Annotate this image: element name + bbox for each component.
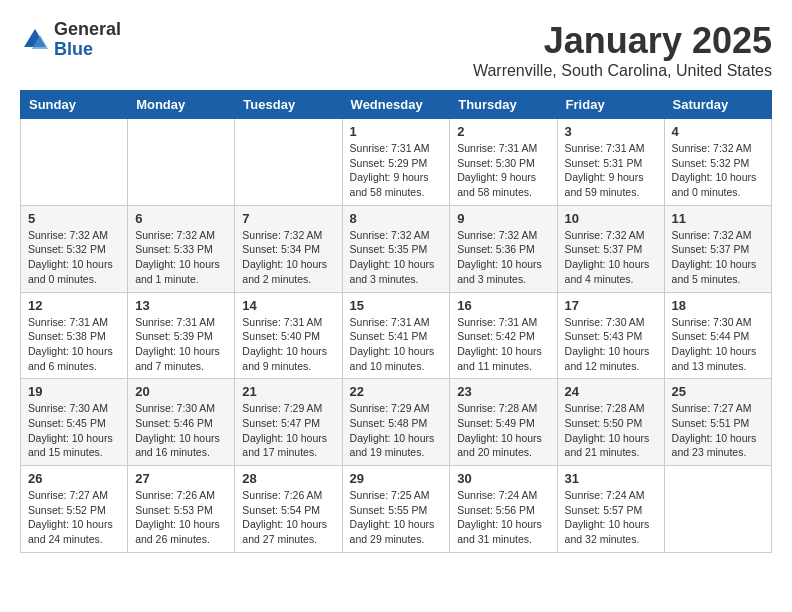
- logo-icon: [20, 25, 50, 55]
- day-info: Sunrise: 7:30 AMSunset: 5:43 PMDaylight:…: [565, 315, 657, 374]
- weekday-header-thursday: Thursday: [450, 91, 557, 119]
- day-number: 30: [457, 471, 549, 486]
- day-info: Sunrise: 7:31 AMSunset: 5:40 PMDaylight:…: [242, 315, 334, 374]
- calendar-cell: [664, 466, 771, 553]
- calendar-cell: 8Sunrise: 7:32 AMSunset: 5:35 PMDaylight…: [342, 205, 450, 292]
- day-info: Sunrise: 7:31 AMSunset: 5:30 PMDaylight:…: [457, 141, 549, 200]
- day-number: 21: [242, 384, 334, 399]
- day-number: 27: [135, 471, 227, 486]
- calendar-cell: 25Sunrise: 7:27 AMSunset: 5:51 PMDayligh…: [664, 379, 771, 466]
- calendar-cell: 12Sunrise: 7:31 AMSunset: 5:38 PMDayligh…: [21, 292, 128, 379]
- day-number: 23: [457, 384, 549, 399]
- calendar-cell: 20Sunrise: 7:30 AMSunset: 5:46 PMDayligh…: [128, 379, 235, 466]
- logo: General Blue: [20, 20, 121, 60]
- calendar-week-row: 12Sunrise: 7:31 AMSunset: 5:38 PMDayligh…: [21, 292, 772, 379]
- calendar-table: SundayMondayTuesdayWednesdayThursdayFrid…: [20, 90, 772, 553]
- day-number: 25: [672, 384, 764, 399]
- day-info: Sunrise: 7:28 AMSunset: 5:49 PMDaylight:…: [457, 401, 549, 460]
- calendar-cell: 3Sunrise: 7:31 AMSunset: 5:31 PMDaylight…: [557, 119, 664, 206]
- weekday-header-row: SundayMondayTuesdayWednesdayThursdayFrid…: [21, 91, 772, 119]
- day-number: 12: [28, 298, 120, 313]
- calendar-cell: 27Sunrise: 7:26 AMSunset: 5:53 PMDayligh…: [128, 466, 235, 553]
- day-number: 14: [242, 298, 334, 313]
- day-info: Sunrise: 7:27 AMSunset: 5:51 PMDaylight:…: [672, 401, 764, 460]
- day-info: Sunrise: 7:31 AMSunset: 5:39 PMDaylight:…: [135, 315, 227, 374]
- calendar-cell: 24Sunrise: 7:28 AMSunset: 5:50 PMDayligh…: [557, 379, 664, 466]
- day-info: Sunrise: 7:30 AMSunset: 5:44 PMDaylight:…: [672, 315, 764, 374]
- day-info: Sunrise: 7:32 AMSunset: 5:36 PMDaylight:…: [457, 228, 549, 287]
- weekday-header-monday: Monday: [128, 91, 235, 119]
- day-number: 19: [28, 384, 120, 399]
- day-number: 2: [457, 124, 549, 139]
- calendar-cell: 1Sunrise: 7:31 AMSunset: 5:29 PMDaylight…: [342, 119, 450, 206]
- day-number: 3: [565, 124, 657, 139]
- day-info: Sunrise: 7:28 AMSunset: 5:50 PMDaylight:…: [565, 401, 657, 460]
- day-info: Sunrise: 7:32 AMSunset: 5:33 PMDaylight:…: [135, 228, 227, 287]
- day-info: Sunrise: 7:27 AMSunset: 5:52 PMDaylight:…: [28, 488, 120, 547]
- day-info: Sunrise: 7:26 AMSunset: 5:54 PMDaylight:…: [242, 488, 334, 547]
- day-number: 26: [28, 471, 120, 486]
- day-number: 17: [565, 298, 657, 313]
- day-info: Sunrise: 7:30 AMSunset: 5:45 PMDaylight:…: [28, 401, 120, 460]
- day-number: 28: [242, 471, 334, 486]
- day-number: 7: [242, 211, 334, 226]
- weekday-header-friday: Friday: [557, 91, 664, 119]
- calendar-cell: 19Sunrise: 7:30 AMSunset: 5:45 PMDayligh…: [21, 379, 128, 466]
- logo-general-text: General: [54, 20, 121, 40]
- day-info: Sunrise: 7:32 AMSunset: 5:37 PMDaylight:…: [565, 228, 657, 287]
- day-info: Sunrise: 7:31 AMSunset: 5:41 PMDaylight:…: [350, 315, 443, 374]
- calendar-cell: 30Sunrise: 7:24 AMSunset: 5:56 PMDayligh…: [450, 466, 557, 553]
- calendar-cell: 5Sunrise: 7:32 AMSunset: 5:32 PMDaylight…: [21, 205, 128, 292]
- calendar-cell: 18Sunrise: 7:30 AMSunset: 5:44 PMDayligh…: [664, 292, 771, 379]
- day-info: Sunrise: 7:32 AMSunset: 5:35 PMDaylight:…: [350, 228, 443, 287]
- day-number: 31: [565, 471, 657, 486]
- day-info: Sunrise: 7:32 AMSunset: 5:37 PMDaylight:…: [672, 228, 764, 287]
- calendar-cell: 16Sunrise: 7:31 AMSunset: 5:42 PMDayligh…: [450, 292, 557, 379]
- calendar-cell: [128, 119, 235, 206]
- calendar-cell: 15Sunrise: 7:31 AMSunset: 5:41 PMDayligh…: [342, 292, 450, 379]
- day-info: Sunrise: 7:25 AMSunset: 5:55 PMDaylight:…: [350, 488, 443, 547]
- day-number: 24: [565, 384, 657, 399]
- calendar-cell: 31Sunrise: 7:24 AMSunset: 5:57 PMDayligh…: [557, 466, 664, 553]
- day-number: 9: [457, 211, 549, 226]
- day-number: 22: [350, 384, 443, 399]
- calendar-cell: 29Sunrise: 7:25 AMSunset: 5:55 PMDayligh…: [342, 466, 450, 553]
- calendar-cell: [235, 119, 342, 206]
- weekday-header-saturday: Saturday: [664, 91, 771, 119]
- day-number: 5: [28, 211, 120, 226]
- day-number: 11: [672, 211, 764, 226]
- calendar-cell: 21Sunrise: 7:29 AMSunset: 5:47 PMDayligh…: [235, 379, 342, 466]
- calendar-cell: 13Sunrise: 7:31 AMSunset: 5:39 PMDayligh…: [128, 292, 235, 379]
- day-info: Sunrise: 7:29 AMSunset: 5:47 PMDaylight:…: [242, 401, 334, 460]
- calendar-cell: 7Sunrise: 7:32 AMSunset: 5:34 PMDaylight…: [235, 205, 342, 292]
- day-number: 20: [135, 384, 227, 399]
- calendar-week-row: 26Sunrise: 7:27 AMSunset: 5:52 PMDayligh…: [21, 466, 772, 553]
- weekday-header-wednesday: Wednesday: [342, 91, 450, 119]
- day-info: Sunrise: 7:24 AMSunset: 5:57 PMDaylight:…: [565, 488, 657, 547]
- location-subtitle: Warrenville, South Carolina, United Stat…: [473, 62, 772, 80]
- page-header: General Blue January 2025 Warrenville, S…: [20, 20, 772, 80]
- day-info: Sunrise: 7:32 AMSunset: 5:34 PMDaylight:…: [242, 228, 334, 287]
- calendar-week-row: 5Sunrise: 7:32 AMSunset: 5:32 PMDaylight…: [21, 205, 772, 292]
- day-info: Sunrise: 7:32 AMSunset: 5:32 PMDaylight:…: [28, 228, 120, 287]
- day-info: Sunrise: 7:30 AMSunset: 5:46 PMDaylight:…: [135, 401, 227, 460]
- day-info: Sunrise: 7:24 AMSunset: 5:56 PMDaylight:…: [457, 488, 549, 547]
- day-info: Sunrise: 7:29 AMSunset: 5:48 PMDaylight:…: [350, 401, 443, 460]
- day-number: 10: [565, 211, 657, 226]
- calendar-cell: [21, 119, 128, 206]
- day-number: 18: [672, 298, 764, 313]
- day-number: 1: [350, 124, 443, 139]
- day-info: Sunrise: 7:26 AMSunset: 5:53 PMDaylight:…: [135, 488, 227, 547]
- calendar-cell: 11Sunrise: 7:32 AMSunset: 5:37 PMDayligh…: [664, 205, 771, 292]
- day-info: Sunrise: 7:32 AMSunset: 5:32 PMDaylight:…: [672, 141, 764, 200]
- calendar-cell: 22Sunrise: 7:29 AMSunset: 5:48 PMDayligh…: [342, 379, 450, 466]
- day-info: Sunrise: 7:31 AMSunset: 5:29 PMDaylight:…: [350, 141, 443, 200]
- calendar-cell: 10Sunrise: 7:32 AMSunset: 5:37 PMDayligh…: [557, 205, 664, 292]
- calendar-week-row: 19Sunrise: 7:30 AMSunset: 5:45 PMDayligh…: [21, 379, 772, 466]
- calendar-cell: 26Sunrise: 7:27 AMSunset: 5:52 PMDayligh…: [21, 466, 128, 553]
- calendar-cell: 6Sunrise: 7:32 AMSunset: 5:33 PMDaylight…: [128, 205, 235, 292]
- calendar-cell: 17Sunrise: 7:30 AMSunset: 5:43 PMDayligh…: [557, 292, 664, 379]
- calendar-week-row: 1Sunrise: 7:31 AMSunset: 5:29 PMDaylight…: [21, 119, 772, 206]
- day-info: Sunrise: 7:31 AMSunset: 5:42 PMDaylight:…: [457, 315, 549, 374]
- logo-blue-text: Blue: [54, 40, 121, 60]
